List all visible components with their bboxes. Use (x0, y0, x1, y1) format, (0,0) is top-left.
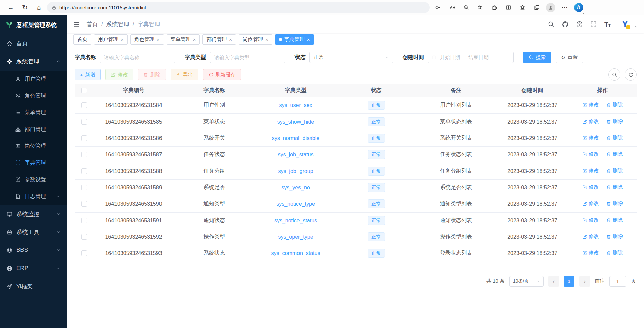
dict-name-input[interactable] (100, 52, 175, 63)
address-bar[interactable]: https://ccnetcore.com:1101/system/dict (47, 2, 430, 13)
row-delete-link[interactable]: 删除 (606, 233, 623, 240)
date-range-picker[interactable]: 开始日期 - 结束日期 (428, 52, 514, 63)
row-delete-link[interactable]: 删除 (606, 217, 623, 223)
row-delete-link[interactable]: 删除 (606, 200, 623, 207)
row-edit-link[interactable]: 修改 (582, 151, 599, 157)
row-delete-link[interactable]: 删除 (606, 118, 623, 125)
app-logo[interactable]: 意框架管理系统 (0, 15, 67, 34)
dict-type-link[interactable]: sys_notice_status (274, 218, 317, 223)
browser-refresh-icon[interactable]: ↻ (19, 2, 31, 13)
user-logo[interactable]: Y (618, 18, 631, 30)
row-checkbox[interactable] (81, 234, 87, 240)
fullscreen-icon[interactable] (590, 21, 597, 28)
row-edit-link[interactable]: 修改 (582, 200, 599, 207)
export-button[interactable]: 导出 (171, 69, 198, 80)
collections-icon[interactable] (531, 2, 543, 13)
row-checkbox[interactable] (81, 250, 87, 256)
page-number-1[interactable]: 1 (564, 276, 574, 287)
row-delete-link[interactable]: 删除 (606, 135, 623, 141)
chevron-down-icon[interactable] (634, 25, 638, 30)
sidebar-item-param-settings[interactable]: 参数设置 (0, 171, 67, 188)
row-checkbox[interactable] (81, 218, 87, 223)
dict-type-link[interactable]: sys_yes_no (281, 185, 310, 190)
row-edit-link[interactable]: 修改 (582, 135, 599, 141)
row-checkbox[interactable] (81, 135, 87, 141)
row-delete-link[interactable]: 删除 (606, 151, 623, 157)
dict-type-link[interactable]: sys_job_group (278, 168, 313, 174)
browser-home-icon[interactable]: ⌂ (33, 2, 45, 13)
reset-button[interactable]: ↻ 重置 (556, 52, 583, 63)
add-favorite-icon[interactable] (474, 2, 486, 13)
bing-sidebar-icon[interactable]: b (573, 1, 584, 14)
sidebar-item-home[interactable]: 首页 (0, 34, 67, 52)
bing-logo[interactable]: b (574, 3, 583, 12)
row-delete-link[interactable]: 删除 (606, 102, 623, 108)
edit-button[interactable]: 修改 (105, 69, 133, 80)
row-checkbox[interactable] (81, 168, 87, 174)
dict-type-link[interactable]: sys_notice_type (276, 201, 315, 207)
dict-type-link[interactable]: sys_job_status (278, 152, 314, 157)
row-edit-link[interactable]: 修改 (582, 217, 599, 223)
refresh-cache-button[interactable]: 刷新缓存 (203, 69, 241, 80)
tab-role-mgmt[interactable]: 角色管理× (130, 34, 164, 45)
sidebar-item-dict-mgmt[interactable]: 字典管理 (0, 154, 67, 171)
tab-dict-mgmt[interactable]: 字典管理× (275, 34, 314, 45)
sidebar-item-bbs[interactable]: BBS (0, 241, 67, 259)
row-checkbox[interactable] (81, 185, 87, 190)
sidebar-item-tools[interactable]: 系统工具 (0, 223, 67, 241)
toggle-search-button[interactable] (608, 68, 620, 81)
search-button[interactable]: 搜索 (523, 52, 551, 63)
dict-type-link[interactable]: sys_user_sex (279, 102, 312, 108)
row-delete-link[interactable]: 删除 (606, 184, 623, 190)
refresh-table-button[interactable] (625, 68, 637, 81)
sidebar-item-post-mgmt[interactable]: 岗位管理 (0, 138, 67, 154)
breadcrumb-system[interactable]: 系统管理 (106, 20, 129, 28)
close-icon[interactable]: × (307, 37, 310, 42)
status-select[interactable]: 正常 (309, 52, 393, 63)
row-edit-link[interactable]: 修改 (582, 233, 599, 240)
browser-more-icon[interactable]: ⋯ (559, 2, 571, 13)
row-edit-link[interactable]: 修改 (582, 168, 599, 174)
read-aloud-icon[interactable] (446, 2, 458, 13)
tab-dept-mgmt[interactable]: 部门管理× (202, 34, 236, 45)
next-page-button[interactable]: › (579, 276, 590, 287)
row-checkbox[interactable] (81, 102, 87, 108)
add-button[interactable]: + 新增 (75, 69, 101, 80)
row-edit-link[interactable]: 修改 (582, 118, 599, 125)
row-checkbox[interactable] (81, 119, 87, 125)
row-delete-link[interactable]: 删除 (606, 250, 623, 256)
close-icon[interactable]: × (265, 37, 268, 42)
dict-type-input[interactable] (210, 52, 285, 63)
favorites-icon[interactable] (516, 2, 528, 13)
delete-button[interactable]: 删除 (138, 69, 166, 80)
row-checkbox[interactable] (81, 152, 87, 157)
password-key-icon[interactable] (432, 2, 444, 13)
row-edit-link[interactable]: 修改 (582, 102, 599, 108)
sidebar-item-system-mgmt[interactable]: 系统管理 (0, 52, 67, 71)
row-edit-link[interactable]: 修改 (582, 250, 599, 256)
dict-type-link[interactable]: sys_normal_disable (272, 135, 319, 141)
sidebar-item-role-mgmt[interactable]: 角色管理 (0, 87, 67, 104)
tab-post-mgmt[interactable]: 岗位管理× (239, 34, 272, 45)
row-checkbox[interactable] (81, 201, 87, 207)
sidebar-item-yi-framework[interactable]: Yi框架 (0, 277, 67, 295)
breadcrumb-home[interactable]: 首页 (87, 20, 98, 28)
browser-profile-avatar[interactable] (545, 2, 557, 13)
tab-user-mgmt[interactable]: 用户管理× (94, 34, 128, 45)
close-icon[interactable]: × (157, 37, 160, 42)
split-screen-icon[interactable] (502, 2, 514, 13)
row-delete-link[interactable]: 删除 (606, 168, 623, 174)
sidebar-item-dept-mgmt[interactable]: 部门管理 (0, 121, 67, 138)
sidebar-item-log-mgmt[interactable]: 日志管理 (0, 188, 67, 205)
dict-type-link[interactable]: sys_show_hide (277, 119, 314, 125)
search-icon[interactable] (548, 21, 554, 28)
github-icon[interactable] (562, 21, 568, 28)
sidebar-item-monitor[interactable]: 系统监控 (0, 205, 67, 223)
sidebar-item-menu-mgmt[interactable]: 菜单管理 (0, 104, 67, 121)
dict-type-link[interactable]: sys_common_status (271, 250, 320, 256)
date-start-placeholder[interactable]: 开始日期 (440, 54, 460, 61)
sidebar-toggle-icon[interactable] (73, 20, 81, 28)
page-size-select[interactable]: 10条/页 (509, 276, 544, 287)
font-size-icon[interactable]: TT (604, 21, 611, 28)
row-edit-link[interactable]: 修改 (582, 184, 599, 190)
